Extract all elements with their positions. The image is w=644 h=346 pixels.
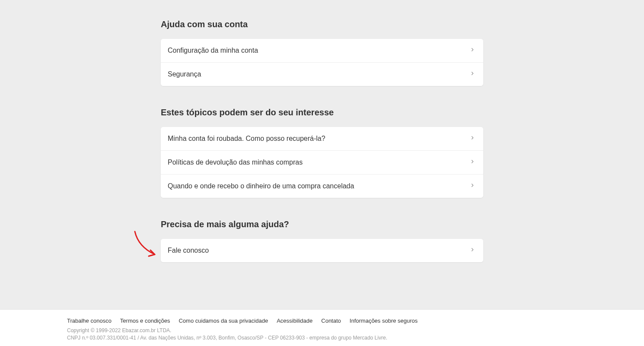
footer-link-terms[interactable]: Termos e condições: [120, 317, 170, 324]
card-list-topics: Minha conta foi roubada. Como posso recu…: [161, 127, 483, 198]
footer-link-accessibility[interactable]: Acessibilidade: [277, 317, 312, 324]
item-contact-us[interactable]: Fale conosco: [161, 239, 483, 262]
footer-link-contact[interactable]: Contato: [321, 317, 341, 324]
footer-link-privacy[interactable]: Como cuidamos da sua privacidade: [179, 317, 268, 324]
card-list-account-help: Configuração da minha conta Segurança: [161, 39, 483, 86]
footer-link-work-with-us[interactable]: Trabalhe conosco: [67, 317, 112, 324]
heading-account-help: Ajuda com sua conta: [161, 19, 483, 29]
heading-more-help: Precisa de mais alguma ajuda?: [161, 219, 483, 229]
item-account-stolen[interactable]: Minha conta foi roubada. Como posso recu…: [161, 127, 483, 151]
footer: Trabalhe conosco Termos e condições Como…: [0, 309, 644, 346]
section-more-help: Precisa de mais alguma ajuda? Fale conos…: [161, 219, 483, 262]
item-account-config[interactable]: Configuração da minha conta: [161, 39, 483, 63]
chevron-right-icon: [469, 47, 475, 54]
card-list-more-help: Fale conosco: [161, 239, 483, 262]
item-label: Fale conosco: [168, 247, 209, 254]
item-return-policies[interactable]: Políticas de devolução das minhas compra…: [161, 151, 483, 175]
section-topics: Estes tópicos podem ser do seu interesse…: [161, 108, 483, 198]
item-label: Configuração da minha conta: [168, 47, 258, 54]
chevron-right-icon: [469, 182, 475, 190]
chevron-right-icon: [469, 159, 475, 166]
heading-topics: Estes tópicos podem ser do seu interesse: [161, 108, 483, 117]
footer-copyright: Copyright © 1999-2022 Ebazar.com.br LTDA…: [67, 327, 627, 333]
annotation-arrow-icon: [130, 229, 164, 263]
section-account-help: Ajuda com sua conta Configuração da minh…: [161, 19, 483, 86]
chevron-right-icon: [469, 135, 475, 143]
item-refund-timing[interactable]: Quando e onde recebo o dinheiro de uma c…: [161, 175, 483, 198]
footer-link-insurance-info[interactable]: Informações sobre seguros: [350, 317, 418, 324]
item-label: Segurança: [168, 70, 201, 78]
item-label: Minha conta foi roubada. Como posso recu…: [168, 135, 325, 143]
item-label: Políticas de devolução das minhas compra…: [168, 159, 303, 166]
item-label: Quando e onde recebo o dinheiro de uma c…: [168, 182, 354, 190]
footer-inner: Trabalhe conosco Termos e condições Como…: [0, 317, 644, 341]
chevron-right-icon: [469, 247, 475, 254]
item-security[interactable]: Segurança: [161, 63, 483, 86]
main-content: Ajuda com sua conta Configuração da minh…: [161, 0, 483, 318]
footer-address: CNPJ n.º 03.007.331/0001-41 / Av. das Na…: [67, 335, 627, 341]
footer-links: Trabalhe conosco Termos e condições Como…: [67, 317, 627, 324]
chevron-right-icon: [469, 70, 475, 78]
